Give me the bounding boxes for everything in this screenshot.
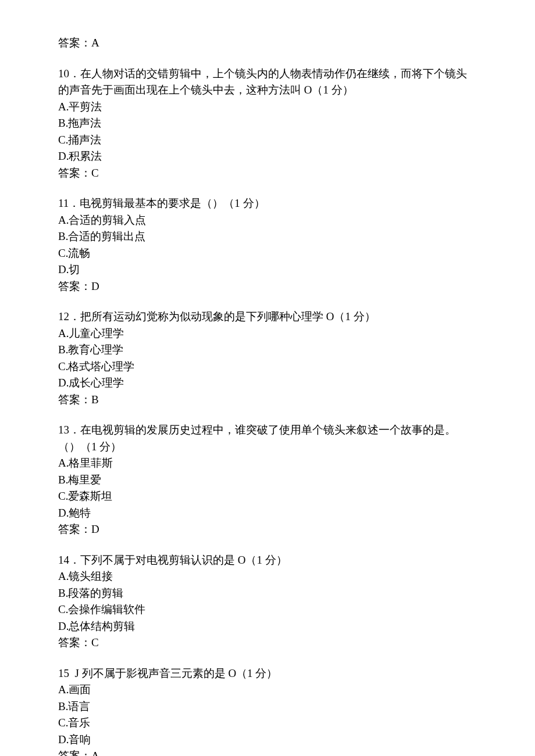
answer-line: 答案：D bbox=[58, 521, 477, 538]
question-stem: 15 J 列不属于影视声音三元素的是 O（1 分） bbox=[58, 665, 477, 682]
question-option: D.积累法 bbox=[58, 148, 477, 165]
question-number: 15 bbox=[58, 667, 69, 679]
answer-label: 答案： bbox=[58, 523, 91, 535]
question-option: A.合适的剪辑入点 bbox=[58, 212, 477, 229]
answer-line: 答案：D bbox=[58, 278, 477, 295]
question-option: B.教育心理学 bbox=[58, 342, 477, 359]
answer-value: A bbox=[91, 37, 99, 49]
question-option: D.鲍特 bbox=[58, 505, 477, 522]
answer-value: D bbox=[91, 523, 99, 535]
question-stem: 14．下列不属于对电视剪辑认识的是 O（1 分） bbox=[58, 552, 477, 569]
question-number: 13 bbox=[58, 424, 69, 436]
question-stem: 13．在电视剪辑的发展历史过程中，谁突破了使用单个镜头来叙述一个故事的是。（）（… bbox=[58, 422, 477, 455]
question-stem-text: J 列不属于影视声音三元素的是 O（1 分） bbox=[69, 667, 277, 679]
answer-value: C bbox=[91, 167, 99, 179]
answer-value: A bbox=[91, 750, 99, 756]
question-option: C.流畅 bbox=[58, 245, 477, 262]
question-option: A.儿童心理学 bbox=[58, 325, 477, 342]
question-stem-text: ．下列不属于对电视剪辑认识的是 O（1 分） bbox=[69, 554, 287, 566]
question-option: A.镜头组接 bbox=[58, 568, 477, 585]
document-page: 答案：A 10．在人物对话的交错剪辑中，上个镜头内的人物表情动作仍在继续，而将下… bbox=[0, 0, 535, 756]
question-stem: 11．电视剪辑最基本的要求是（）（1 分） bbox=[58, 195, 477, 212]
question-option: D.总体结构剪辑 bbox=[58, 618, 477, 635]
answer-label: 答案： bbox=[58, 636, 91, 648]
answer-label: 答案： bbox=[58, 167, 91, 179]
question-block: 15 J 列不属于影视声音三元素的是 O（1 分）A.画面B.语言C.音乐D.音… bbox=[58, 665, 477, 757]
question-option: C.捅声法 bbox=[58, 132, 477, 149]
answer-label: 答案： bbox=[58, 37, 91, 49]
question-option: D.音响 bbox=[58, 732, 477, 748]
prev-answer-block: 答案：A bbox=[58, 35, 477, 52]
answer-line: 答案：A bbox=[58, 35, 477, 52]
question-number: 12 bbox=[58, 310, 69, 323]
answer-line: 答案：A bbox=[58, 748, 477, 756]
question-option: C.爱森斯坦 bbox=[58, 488, 477, 505]
question-block: 12．把所有运动幻觉称为似动现象的是下列哪种心理学 O（1 分）A.儿童心理学B… bbox=[58, 309, 477, 408]
question-number: 14 bbox=[58, 554, 69, 566]
question-number: 10 bbox=[58, 67, 69, 80]
question-block: 14．下列不属于对电视剪辑认识的是 O（1 分）A.镜头组接B.段落的剪辑C.会… bbox=[58, 552, 477, 651]
question-stem-text: ．把所有运动幻觉称为似动现象的是下列哪种心理学 O（1 分） bbox=[69, 310, 376, 323]
answer-value: B bbox=[91, 393, 99, 406]
question-stem-text: ．在电视剪辑的发展历史过程中，谁突破了使用单个镜头来叙述一个故事的是。（）（1 … bbox=[58, 424, 456, 453]
answer-label: 答案： bbox=[58, 280, 91, 292]
question-option: B.合适的剪辑出点 bbox=[58, 228, 477, 245]
question-stem-text: ．电视剪辑最基本的要求是（）（1 分） bbox=[69, 197, 265, 209]
question-stem-text: ．在人物对话的交错剪辑中，上个镜头内的人物表情动作仍在继续，而将下个镜头的声音先… bbox=[58, 67, 467, 96]
answer-label: 答案： bbox=[58, 393, 91, 406]
question-option: A.格里菲斯 bbox=[58, 455, 477, 472]
question-option: B.语言 bbox=[58, 698, 477, 715]
question-option: A.画面 bbox=[58, 682, 477, 698]
question-block: 11．电视剪辑最基本的要求是（）（1 分）A.合适的剪辑入点B.合适的剪辑出点C… bbox=[58, 195, 477, 295]
question-stem: 12．把所有运动幻觉称为似动现象的是下列哪种心理学 O（1 分） bbox=[58, 309, 477, 325]
question-option: A.平剪法 bbox=[58, 99, 477, 116]
question-option: D.成长心理学 bbox=[58, 375, 477, 392]
answer-line: 答案：B bbox=[58, 392, 477, 409]
answer-line: 答案：C bbox=[58, 635, 477, 651]
answer-line: 答案：C bbox=[58, 165, 477, 182]
answer-value: C bbox=[91, 636, 99, 648]
question-option: C.会操作编辑软件 bbox=[58, 601, 477, 618]
questions-container: 10．在人物对话的交错剪辑中，上个镜头内的人物表情动作仍在继续，而将下个镜头的声… bbox=[58, 66, 477, 757]
question-option: C.格式塔心理学 bbox=[58, 359, 477, 375]
question-option: D.切 bbox=[58, 261, 477, 278]
question-stem: 10．在人物对话的交错剪辑中，上个镜头内的人物表情动作仍在继续，而将下个镜头的声… bbox=[58, 66, 477, 99]
question-block: 13．在电视剪辑的发展历史过程中，谁突破了使用单个镜头来叙述一个故事的是。（）（… bbox=[58, 422, 477, 538]
question-option: B.拖声法 bbox=[58, 115, 477, 132]
question-block: 10．在人物对话的交错剪辑中，上个镜头内的人物表情动作仍在继续，而将下个镜头的声… bbox=[58, 66, 477, 182]
answer-label: 答案： bbox=[58, 750, 91, 756]
question-option: B.段落的剪辑 bbox=[58, 585, 477, 602]
question-number: 11 bbox=[58, 197, 69, 209]
question-option: C.音乐 bbox=[58, 715, 477, 732]
answer-value: D bbox=[91, 280, 99, 292]
question-option: B.梅里爱 bbox=[58, 472, 477, 489]
